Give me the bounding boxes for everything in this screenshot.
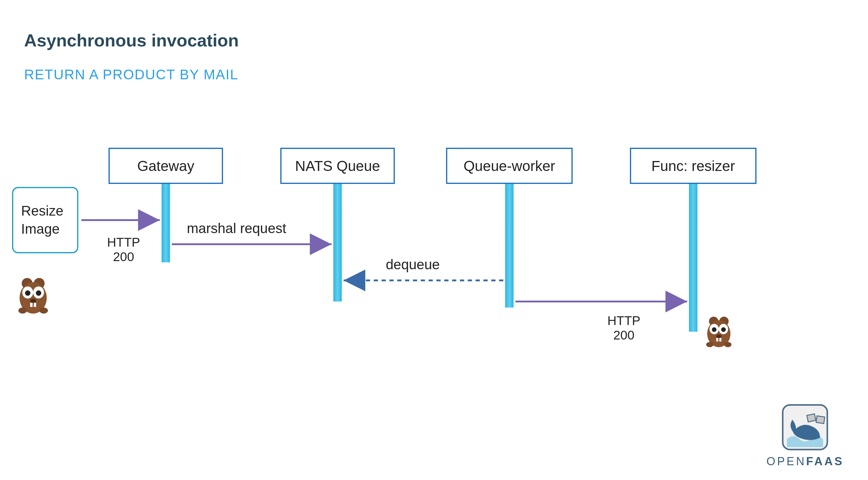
svg-rect-8 [30, 303, 33, 307]
svg-point-6 [36, 290, 41, 296]
svg-point-21 [712, 327, 716, 332]
svg-point-22 [721, 327, 726, 332]
svg-point-23 [716, 334, 721, 338]
lifeline-nats [333, 184, 342, 301]
svg-point-26 [706, 342, 713, 347]
slide-title: Asynchronous invocation [24, 30, 239, 50]
box-gateway: Gateway [108, 148, 223, 184]
lifeline-func [689, 184, 698, 332]
svg-point-7 [30, 299, 36, 303]
actor-line1: Resize [21, 202, 69, 220]
svg-point-10 [19, 307, 27, 313]
gopher-icon [15, 274, 51, 317]
slide-subtitle: RETURN A PRODUCT BY MAIL [24, 66, 239, 83]
actor-line2: Image [21, 220, 69, 238]
svg-point-27 [724, 342, 732, 347]
whale-icon [781, 403, 829, 451]
svg-point-11 [39, 307, 48, 313]
svg-rect-24 [716, 338, 718, 341]
box-func-resizer: Func: resizer [630, 148, 756, 184]
label-http200-left: HTTP 200 [99, 235, 148, 264]
logo-text: OPENFAAS [767, 455, 844, 468]
svg-rect-9 [34, 303, 36, 307]
label-marshal-request: marshal request [187, 220, 286, 236]
svg-point-5 [25, 290, 30, 296]
svg-rect-29 [807, 414, 816, 422]
label-dequeue: dequeue [386, 256, 440, 273]
gopher-icon [702, 313, 735, 350]
slide: Asynchronous invocation RETURN A PRODUCT… [0, 0, 868, 480]
box-nats-queue: NATS Queue [280, 148, 395, 184]
box-queue-worker: Queue-worker [446, 148, 572, 184]
actor-resize-image: Resize Image [12, 187, 79, 253]
lifeline-worker [505, 184, 514, 307]
svg-rect-25 [719, 338, 721, 341]
lifeline-gateway [161, 184, 170, 262]
label-http200-right: HTTP 200 [600, 313, 648, 342]
openfaas-logo: OPENFAAS [767, 403, 844, 468]
svg-rect-30 [816, 416, 825, 423]
